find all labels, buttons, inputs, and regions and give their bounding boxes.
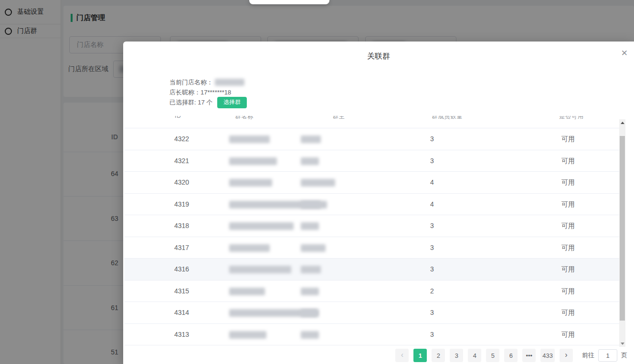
member-count: 3 [408,150,456,172]
status-available: 可用 [544,237,592,259]
blurred-group-owner [301,309,319,317]
blurred-group-name [229,288,265,295]
blurred-group-owner [301,288,319,295]
group-row: 4313 3 可用 [124,324,619,346]
blurred-group-name [229,331,266,339]
member-count: 3 [408,215,456,237]
blurred-group-owner [301,157,319,165]
page-number-button[interactable]: 5 [486,349,499,362]
pagination: ‹ 123456•••433 › 前往 页 [393,349,627,362]
select-groups-button[interactable]: 选择群 [217,97,247,108]
manager-label: 店长昵称： [169,87,201,97]
scroll-down-button[interactable] [619,340,625,347]
scrollbar-thumb[interactable] [620,136,625,321]
blurred-group-name [229,244,270,252]
triangle-down-icon [621,343,624,345]
member-count: 3 [408,259,456,280]
group-row: 4321 3 可用 [124,150,619,172]
table-scrollbar[interactable] [619,119,625,347]
blurred-group-owner [301,244,326,252]
group-row: 4314 3 可用 [124,302,619,324]
modal-title: 关联群 [123,52,634,62]
goto-page-input[interactable] [598,349,617,362]
page-number-button[interactable]: 2 [432,349,445,362]
group-id: 4319 [174,194,189,215]
group-row: 4316 3 可用 [124,259,619,281]
group-id: 4315 [174,281,189,302]
blurred-group-owner [301,222,319,230]
status-available: 可用 [544,150,592,172]
column-header: 群名称 [235,116,254,121]
column-header: 是否可用 [559,116,584,121]
groups-table: ID群名称群主群成员数量是否可用 4322 3 可用 4321 3 可用 432… [124,116,619,345]
manager-nickname: 17*******18 [201,87,231,97]
group-id: 4318 [174,215,189,237]
store-name-label: 当前门店名称： [169,77,213,87]
page-unit-label: 页 [621,351,627,360]
selected-groups-count: 已选择群: 17 个 [169,97,212,107]
page-number-button[interactable]: 3 [450,349,463,362]
blurred-store-name [215,79,244,86]
group-row: 4319 4 可用 [124,194,619,216]
blurred-group-owner [301,135,321,143]
group-id: 4316 [174,259,189,280]
prev-page-button[interactable]: ‹ [395,349,409,362]
group-id: 4314 [174,302,189,323]
status-available: 可用 [544,172,592,193]
goto-label: 前往 [582,351,594,360]
member-count: 4 [408,172,456,193]
blurred-group-owner [301,201,321,208]
status-available: 可用 [544,324,592,345]
group-id: 4322 [174,128,189,150]
status-available: 可用 [544,194,592,215]
groups-table-header-clipped: ID群名称群主群成员数量是否可用 [124,116,619,128]
blurred-group-name [229,135,270,143]
chevron-right-icon: › [565,351,567,359]
status-available: 可用 [544,128,592,150]
page-number-button[interactable]: ••• [522,349,536,362]
page-number-button[interactable]: 6 [504,349,518,362]
blurred-group-owner [301,266,321,273]
member-count: 3 [408,324,456,345]
member-count: 4 [408,194,456,215]
member-count: 3 [408,237,456,259]
page-number-button[interactable]: 1 [413,349,427,362]
store-info-block: 当前门店名称： 店长昵称： 17*******18 已选择群: 17 个 选择群 [169,77,247,107]
blurred-group-name [229,157,277,165]
member-count: 3 [408,302,456,323]
associated-groups-modal: ✕ 关联群 当前门店名称： 店长昵称： 17*******18 已选择群: 17… [123,42,634,364]
group-row: 4315 2 可用 [124,281,619,302]
blurred-group-name [229,266,291,273]
group-id: 4313 [174,324,189,345]
group-row: 4318 3 可用 [124,215,619,237]
blurred-group-owner [301,331,319,339]
column-header: 群主 [333,116,345,121]
status-available: 可用 [544,215,592,237]
group-id: 4317 [174,237,189,259]
page-number-button[interactable]: 4 [468,349,481,362]
group-row: 4322 3 可用 [124,128,619,150]
column-header: 群成员数量 [432,116,463,121]
blurred-group-name [229,179,272,187]
column-header: ID [175,116,181,119]
member-count: 2 [408,281,456,302]
group-id: 4320 [174,172,189,193]
blurred-group-name [229,222,294,230]
status-available: 可用 [544,259,592,280]
status-available: 可用 [544,302,592,323]
page-number-button[interactable]: 433 [540,349,555,362]
group-id: 4321 [174,150,189,172]
status-available: 可用 [544,281,592,302]
chevron-left-icon: ‹ [401,351,403,359]
next-page-button[interactable]: › [560,349,573,362]
toast-message-partial [249,0,329,4]
blurred-group-owner [301,179,335,187]
group-row: 4320 4 可用 [124,172,619,194]
member-count: 3 [408,128,456,150]
scroll-up-button[interactable] [619,119,625,126]
triangle-up-icon [621,122,624,124]
group-row: 4317 3 可用 [124,237,619,259]
